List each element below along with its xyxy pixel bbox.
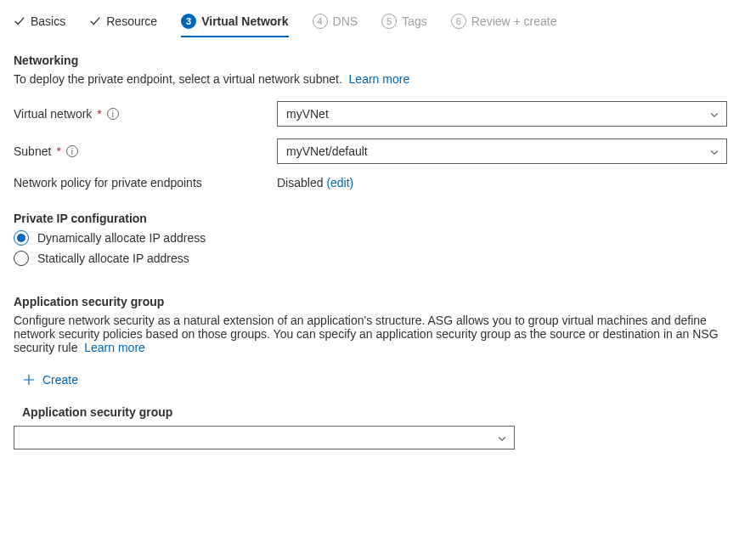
- network-policy-label: Network policy for private endpoints: [14, 176, 277, 189]
- info-icon[interactable]: i: [66, 145, 78, 157]
- tab-review-create[interactable]: 6 Review + create: [451, 8, 557, 37]
- virtual-network-select[interactable]: myVNet: [277, 101, 727, 127]
- check-icon: [14, 15, 25, 27]
- tab-basics-label: Basics: [31, 14, 65, 28]
- subnet-select[interactable]: myVNet/default: [277, 138, 727, 164]
- tab-resource-label: Resource: [106, 14, 157, 28]
- ip-config-heading: Private IP configuration: [14, 212, 742, 225]
- radio-static-ip[interactable]: Statically allocate IP address: [14, 251, 742, 266]
- tab-dns[interactable]: 4 DNS: [313, 8, 358, 37]
- subnet-label: Subnet * i: [14, 144, 277, 158]
- radio-icon: [14, 251, 29, 266]
- tab-basics[interactable]: Basics: [14, 9, 65, 37]
- asg-create-button[interactable]: Create: [22, 370, 78, 390]
- required-indicator: *: [56, 144, 60, 158]
- radio-icon: [14, 230, 29, 246]
- tab-dns-label: DNS: [333, 14, 358, 28]
- virtual-network-label: Virtual network * i: [14, 107, 277, 121]
- networking-learn-more-link[interactable]: Learn more: [349, 72, 410, 86]
- step-circle-icon: 6: [451, 14, 466, 29]
- step-circle-icon: 3: [181, 14, 196, 29]
- asg-learn-more-link[interactable]: Learn more: [84, 341, 145, 354]
- wizard-tabs: Basics Resource 3 Virtual Network 4 DNS …: [14, 0, 742, 38]
- asg-create-label: Create: [42, 373, 78, 387]
- networking-heading: Networking: [14, 54, 742, 67]
- asg-heading: Application security group: [14, 295, 742, 308]
- networking-description: To deploy the private endpoint, select a…: [14, 72, 742, 86]
- virtual-network-value: myVNet: [286, 107, 329, 121]
- check-icon: [89, 15, 101, 27]
- radio-dynamic-ip[interactable]: Dynamically allocate IP address: [14, 230, 742, 246]
- plus-icon: [22, 373, 36, 387]
- asg-column-header: Application security group: [22, 405, 742, 419]
- tab-review-create-label: Review + create: [471, 14, 557, 28]
- info-icon[interactable]: i: [107, 108, 119, 120]
- tab-tags-label: Tags: [402, 14, 427, 28]
- tab-resource[interactable]: Resource: [89, 9, 157, 37]
- asg-select[interactable]: [14, 426, 515, 449]
- asg-description: Configure network security as a natural …: [14, 314, 742, 354]
- tab-virtual-network-label: Virtual Network: [201, 14, 288, 28]
- radio-static-ip-label: Statically allocate IP address: [37, 252, 189, 265]
- network-policy-value: Disabled: [277, 176, 323, 189]
- chevron-down-icon: [497, 432, 507, 443]
- tab-tags[interactable]: 5 Tags: [381, 8, 427, 37]
- subnet-value: myVNet/default: [286, 144, 368, 158]
- required-indicator: *: [97, 107, 101, 121]
- radio-dynamic-ip-label: Dynamically allocate IP address: [37, 231, 206, 245]
- chevron-down-icon: [709, 109, 719, 119]
- network-policy-edit-link[interactable]: (edit): [326, 176, 353, 189]
- chevron-down-icon: [709, 146, 719, 156]
- tab-virtual-network[interactable]: 3 Virtual Network: [181, 8, 288, 37]
- step-circle-icon: 5: [381, 14, 397, 29]
- step-circle-icon: 4: [313, 14, 328, 29]
